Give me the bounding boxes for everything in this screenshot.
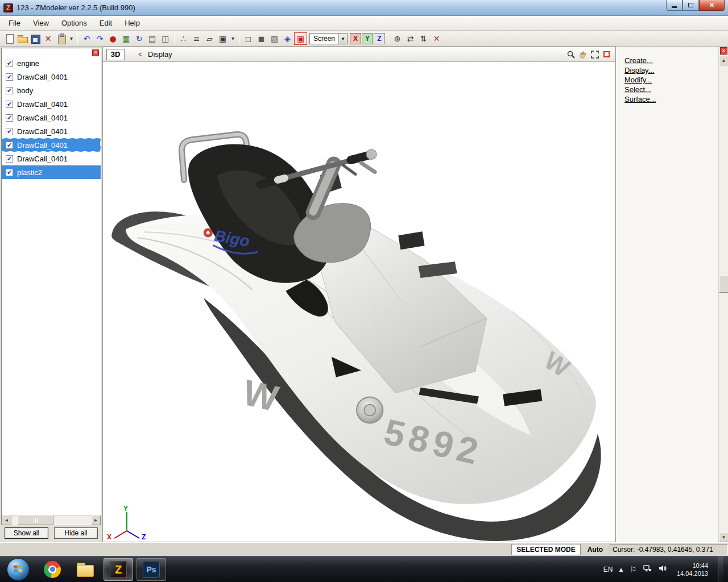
- close-panel-icon[interactable]: ✕: [720, 47, 727, 55]
- scroll-right-icon[interactable]: ►: [91, 516, 101, 525]
- new-file-button[interactable]: [2, 32, 15, 45]
- save-file-button[interactable]: [28, 32, 42, 45]
- menu-options[interactable]: Options: [55, 17, 93, 29]
- tree-item-drawcall[interactable]: DrawCall_0401: [2, 97, 101, 111]
- scrollbar-track[interactable]: [719, 65, 728, 533]
- tree-item-drawcall[interactable]: DrawCall_0401: [2, 70, 101, 84]
- scroll-down-icon[interactable]: ▼: [719, 533, 728, 542]
- close-panel-icon[interactable]: ✕: [92, 49, 99, 56]
- taskbar-explorer-button[interactable]: [71, 558, 100, 581]
- scrollbar-thumb[interactable]: [719, 276, 728, 293]
- taskbar-photoshop-button[interactable]: Ps: [136, 558, 166, 581]
- checkbox[interactable]: [6, 142, 13, 149]
- pan-hand-icon[interactable]: [578, 49, 588, 59]
- zoom-icon[interactable]: [566, 49, 576, 59]
- select-mode-dropdown[interactable]: ▾: [229, 32, 237, 45]
- undo-button[interactable]: ↶: [80, 32, 93, 45]
- checkbox[interactable]: [6, 155, 13, 163]
- material-editor-button[interactable]: ●: [106, 32, 119, 45]
- scrollbar-track[interactable]: [11, 516, 91, 525]
- viewport-mode-label[interactable]: Display: [148, 50, 172, 59]
- menu-edit[interactable]: Edit: [93, 17, 118, 29]
- axis-x-button[interactable]: X: [350, 33, 361, 44]
- taskbar-clock[interactable]: 10:44 14.04.2013: [673, 562, 712, 577]
- menu-help[interactable]: Help: [118, 17, 146, 29]
- checkbox[interactable]: [6, 73, 13, 81]
- axes-tool-button[interactable]: ⊕: [391, 32, 404, 45]
- close-button[interactable]: ✕: [699, 0, 725, 11]
- view-shaded-button[interactable]: ◼: [255, 32, 268, 45]
- screen-mode-dropdown[interactable]: Screen ▾: [309, 33, 348, 44]
- tree-item-drawcall[interactable]: DrawCall_0401: [2, 152, 101, 165]
- file-options-dropdown[interactable]: ▾: [68, 32, 75, 45]
- reset-axes-button[interactable]: ✕: [430, 32, 443, 45]
- hidden-icons-arrow[interactable]: ▲: [619, 567, 623, 572]
- tree-item-engine[interactable]: engine: [2, 56, 101, 70]
- hide-all-button[interactable]: Hide all: [54, 527, 98, 539]
- command-display[interactable]: Display...: [624, 65, 718, 75]
- viewport-canvas[interactable]: Bigo W 5892 W: [103, 62, 615, 542]
- checkbox[interactable]: [6, 87, 13, 94]
- menu-view[interactable]: View: [27, 17, 55, 29]
- checkbox[interactable]: [6, 169, 13, 176]
- language-indicator[interactable]: EN: [603, 566, 613, 573]
- tree-item-drawcall[interactable]: DrawCall_0401: [2, 124, 101, 138]
- fit-view-icon[interactable]: [590, 49, 599, 59]
- viewport-tab-3d[interactable]: 3D: [106, 49, 125, 60]
- auto-mode-label[interactable]: Auto: [584, 546, 606, 554]
- checkbox[interactable]: [6, 128, 13, 135]
- vertical-scrollbar[interactable]: ✕ ▲ ▼: [718, 47, 728, 542]
- view-wireframe-button[interactable]: ◻: [242, 32, 255, 45]
- action-center-flag-icon[interactable]: ⚐: [629, 565, 636, 574]
- viewport-3d[interactable]: 3D < Display: [102, 47, 615, 542]
- axis-z-button[interactable]: Z: [374, 33, 385, 44]
- viewport-back-arrow[interactable]: <: [138, 51, 142, 59]
- menu-file[interactable]: File: [2, 17, 27, 29]
- select-vertices-button[interactable]: ∴: [177, 32, 190, 45]
- command-select[interactable]: Select...: [624, 85, 718, 94]
- uv-mapper-button[interactable]: ▦: [119, 32, 133, 45]
- command-surface[interactable]: Surface...: [624, 94, 718, 104]
- title-bar[interactable]: Z 123 - ZModeler ver 2.2.5 (Build 990) ✕: [0, 0, 728, 16]
- layout-button[interactable]: ◫: [159, 32, 172, 45]
- horizontal-scrollbar[interactable]: ◄ ►: [2, 515, 101, 525]
- command-modify[interactable]: Modify...: [624, 75, 718, 85]
- select-objects-button[interactable]: ▣: [216, 32, 229, 45]
- viewport-maximize-button[interactable]: ▣: [294, 32, 307, 45]
- select-edges-button[interactable]: ≡: [190, 32, 203, 45]
- notes-button[interactable]: ▤: [146, 32, 159, 45]
- show-all-button[interactable]: Show all: [5, 527, 48, 539]
- taskbar-zmodeler-button[interactable]: Z: [104, 558, 133, 581]
- select-faces-button[interactable]: ▱: [203, 32, 216, 45]
- scroll-left-icon[interactable]: ◄: [2, 516, 11, 525]
- move-axes-button[interactable]: ⇄: [404, 32, 417, 45]
- paste-button[interactable]: [55, 32, 68, 45]
- network-icon[interactable]: [643, 564, 652, 575]
- open-file-button[interactable]: [15, 32, 28, 45]
- tree-item-drawcall-selected[interactable]: DrawCall_0401: [2, 138, 101, 152]
- tree-item-body[interactable]: body: [2, 84, 101, 97]
- scrollbar-thumb[interactable]: [17, 516, 53, 525]
- scroll-up-icon[interactable]: ▲: [719, 56, 728, 65]
- checkbox[interactable]: [6, 114, 13, 122]
- rotate-axes-button[interactable]: ⇅: [417, 32, 430, 45]
- refresh-button[interactable]: ↻: [133, 32, 146, 45]
- delete-button[interactable]: ✕: [42, 32, 55, 45]
- checkbox[interactable]: [6, 101, 13, 108]
- view-textured-button[interactable]: ▨: [268, 32, 281, 45]
- minimize-button[interactable]: [666, 0, 682, 11]
- command-create[interactable]: Create...: [624, 56, 718, 65]
- tree-item-label: plastic2: [17, 168, 42, 177]
- maximize-viewport-icon[interactable]: [602, 49, 611, 59]
- tree-item-drawcall[interactable]: DrawCall_0401: [2, 111, 101, 124]
- taskbar-chrome-button[interactable]: [38, 558, 67, 581]
- start-button[interactable]: [7, 558, 30, 581]
- axis-y-button[interactable]: Y: [362, 33, 373, 44]
- redo-button[interactable]: ↷: [93, 32, 106, 45]
- show-desktop-button[interactable]: [718, 556, 723, 582]
- checkbox[interactable]: [6, 60, 13, 67]
- maximize-button[interactable]: [682, 0, 699, 11]
- tree-item-plastic2[interactable]: plastic2: [2, 165, 101, 179]
- view-perspective-button[interactable]: ◈: [281, 32, 294, 45]
- volume-icon[interactable]: [658, 564, 667, 575]
